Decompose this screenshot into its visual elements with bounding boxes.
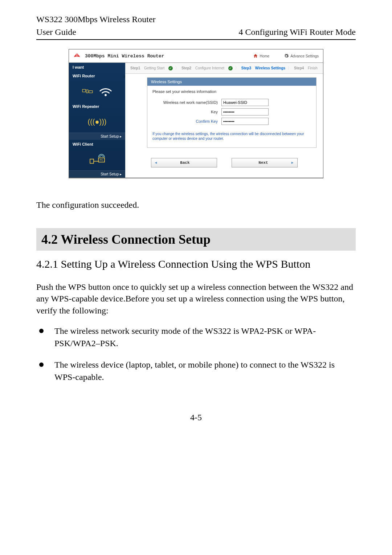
confirm-key-label: Confirm Key (152, 119, 221, 123)
page-number: 4-5 (36, 413, 356, 422)
svg-rect-0 (82, 89, 85, 92)
repeater-icon: (((●))) (87, 118, 106, 126)
home-icon (253, 53, 258, 58)
home-button[interactable]: Home (253, 53, 269, 58)
panel-title: Wireless Settings (147, 78, 316, 86)
key-label: Key (152, 110, 221, 114)
svg-point-3 (105, 94, 107, 96)
wizard-steps: Step1 Getting Start ✓ 〉 Step2 Configure … (125, 63, 323, 74)
sidebar-title: I want (69, 63, 125, 72)
config-succeeded-text: The configuration succeeded. (36, 200, 356, 210)
svg-rect-6 (90, 159, 94, 163)
next-button[interactable]: Next ► (232, 158, 298, 167)
header-right: 4 Configuring WiFi Router Mode (238, 27, 356, 37)
back-button[interactable]: ◄ Back (151, 158, 217, 167)
ssid-label: Wireless net work name(SSID) (152, 100, 221, 105)
huawei-logo-icon (73, 52, 81, 60)
panel-hint: Please set your wireless information (152, 89, 311, 94)
product-title: WS322 300Mbps Wireless Router (36, 15, 356, 24)
client-icon: PC (88, 153, 106, 166)
check-icon: ✓ (228, 66, 233, 70)
svg-rect-1 (86, 90, 88, 93)
advance-settings-button[interactable]: Advance Settings (284, 53, 319, 58)
wifi-icon (99, 86, 113, 96)
router-ui-screenshot: 300Mbps Mini Wireless Router Home Advanc… (69, 49, 323, 178)
sidebar-item-wifi-router[interactable]: WiFi Router (69, 72, 125, 80)
header-left: User Guide (36, 27, 76, 37)
advance-settings-label: Advance Settings (290, 54, 319, 58)
arrow-right-icon: ► (291, 161, 293, 165)
arrow-left-icon: ◄ (155, 161, 157, 165)
check-icon: ✓ (168, 66, 173, 70)
home-label: Home (260, 54, 269, 58)
bullet-item: The wireless device (laptop, tablet, or … (36, 359, 356, 383)
section-heading: 4.2 Wireless Connection Setup (36, 228, 356, 251)
sidebar-item-wifi-client[interactable]: WiFi Client (69, 140, 125, 149)
panel-note: If you change the wireless settings, the… (152, 131, 311, 141)
start-setup-client[interactable]: Start Setup ▸ (69, 170, 125, 178)
step-active: Step3 Wireless Settings (239, 66, 287, 70)
bullet-item: The wireless network security mode of th… (36, 325, 356, 349)
chevron-right-icon: 〉 (287, 65, 292, 71)
chevron-right-icon: 〉 (235, 65, 239, 71)
svg-text:PC: PC (100, 159, 103, 161)
ssid-input[interactable] (221, 99, 269, 106)
gear-icon (284, 53, 289, 58)
svg-rect-2 (89, 91, 93, 93)
devices-icon (82, 87, 95, 95)
wireless-settings-panel: Wireless Settings Please set your wirele… (147, 77, 317, 148)
chevron-right-icon: 〉 (175, 65, 179, 71)
ui-title: 300Mbps Mini Wireless Router (85, 53, 164, 59)
sidebar-item-wifi-repeater[interactable]: WiFi Repeater (69, 102, 125, 111)
confirm-key-input[interactable] (221, 118, 269, 125)
next-label: Next (258, 161, 268, 165)
intro-paragraph: Push the WPS button once to quickly set … (36, 281, 356, 316)
subsection-heading: 4.2.1 Setting Up a Wireless Connection U… (36, 258, 356, 270)
back-label: Back (180, 161, 189, 165)
key-input[interactable] (221, 108, 269, 116)
start-setup-repeater[interactable]: Start Setup ▸ (69, 133, 125, 140)
